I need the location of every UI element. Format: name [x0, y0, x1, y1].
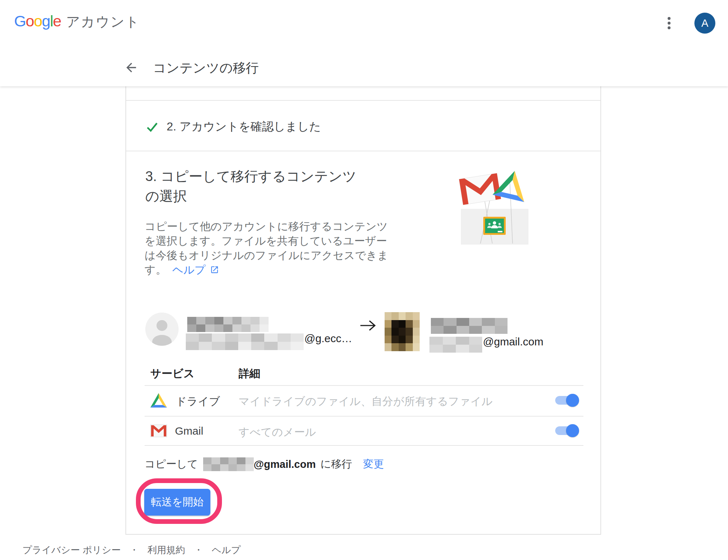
destination-avatar-redacted [385, 312, 420, 351]
google-drive-icon [150, 393, 167, 409]
description-line: コピーして他のアカウントに移行するコンテンツ [145, 219, 388, 234]
divider [145, 416, 583, 417]
description-line4: す。 [145, 263, 167, 277]
logo-letter: o [26, 12, 34, 30]
privacy-policy-link[interactable]: プライバシー ポリシー [22, 544, 121, 556]
description-line: す。 ヘルプ [145, 263, 388, 277]
logo-letter: g [42, 12, 50, 30]
source-email-redacted [186, 333, 304, 350]
google-account-logo[interactable]: Google アカウント [14, 12, 140, 31]
back-arrow-icon[interactable] [124, 60, 138, 75]
change-link[interactable]: 変更 [363, 457, 384, 471]
service-row-label: Gmail [175, 425, 203, 437]
page-title: コンテンツの移行 [153, 59, 259, 77]
divider [126, 151, 600, 151]
destination-name-redacted [431, 318, 508, 334]
source-email-suffix: @g.ecc… [304, 332, 352, 345]
step3-heading-line1: 3. コピーして移行するコンテンツ [145, 167, 356, 186]
app-header: Google アカウント A コンテンツの移行 [0, 0, 728, 86]
source-name-redacted [187, 317, 269, 332]
transfer-card: 2. アカウントを確認しました 3. コピーして移行するコンテンツ の選択 コピ… [125, 86, 601, 535]
drive-toggle[interactable] [555, 394, 579, 407]
logo-letter: e [53, 12, 61, 30]
help-link[interactable]: ヘルプ [212, 544, 241, 556]
service-row-detail: すべてのメール [239, 425, 316, 440]
toggle-thumb [566, 394, 579, 407]
source-avatar [145, 313, 179, 347]
table-header-detail: 詳細 [239, 366, 260, 381]
footer-separator: ・ [129, 544, 139, 556]
avatar-letter: A [701, 17, 708, 29]
transfer-suffix: に移行 [320, 457, 352, 471]
logo-letter: o [34, 12, 42, 30]
footer-separator: ・ [194, 544, 203, 556]
description-line: を選択します。ファイルを共有しているユーザー [145, 234, 388, 248]
help-link[interactable]: ヘルプ [172, 263, 206, 277]
green-check-icon [145, 120, 159, 135]
transfer-prefix: コピーして [145, 457, 198, 471]
table-header-service: サービス [150, 366, 194, 381]
services-collage-illustration [455, 168, 531, 246]
service-row-detail: マイドライブのファイル、自分が所有するファイル [239, 394, 493, 409]
step2-label: 2. アカウントを確認しました [167, 119, 321, 135]
divider [145, 385, 583, 386]
gmail-envelope-icon [459, 173, 501, 205]
transfer-email-redacted [203, 457, 254, 471]
account-avatar[interactable]: A [694, 13, 715, 34]
start-transfer-button[interactable]: 転送を開始 [144, 489, 210, 516]
description-line: は今後もオリジナルのファイルにアクセスできま [145, 248, 388, 263]
divider [126, 100, 600, 101]
google-account-transfer-page: Google アカウント A コンテンツの移行 2. アカウントを確認しました … [0, 0, 728, 560]
page-footer: プライバシー ポリシー ・ 利用規約 ・ ヘルプ [22, 544, 241, 556]
open-in-new-icon[interactable] [210, 263, 219, 278]
product-name: アカウント [66, 13, 140, 31]
kebab-menu-icon[interactable] [667, 17, 671, 30]
transfer-destination-line: コピーして @gmail.com に移行 変更 [145, 457, 384, 471]
start-transfer-label: 転送を開始 [151, 495, 204, 509]
terms-link[interactable]: 利用規約 [147, 544, 185, 556]
transfer-destination-email: @gmail.com [254, 458, 316, 470]
transfer-arrow-icon [360, 319, 376, 333]
step3-heading-line2: の選択 [145, 186, 356, 206]
toggle-thumb [566, 424, 579, 437]
gmail-toggle[interactable] [555, 424, 579, 437]
google-classroom-icon [483, 217, 506, 235]
service-row-label: ドライブ [176, 394, 220, 409]
divider [145, 445, 583, 446]
step3-heading: 3. コピーして移行するコンテンツ の選択 [145, 167, 356, 206]
kebab-dots [667, 17, 671, 30]
destination-email-redacted [429, 337, 482, 353]
destination-email-suffix: @gmail.com [483, 336, 543, 348]
step3-description: コピーして他のアカウントに移行するコンテンツ を選択します。ファイルを共有してい… [145, 219, 388, 277]
google-logo: Google [14, 12, 61, 30]
logo-letter: G [14, 12, 26, 30]
gmail-icon [150, 425, 167, 439]
